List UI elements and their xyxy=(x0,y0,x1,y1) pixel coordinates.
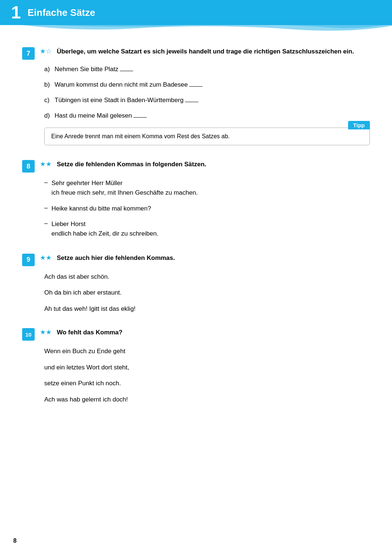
stars-9: ★★ xyxy=(40,254,52,262)
dash-sym: – xyxy=(44,204,48,212)
header-number: 1 xyxy=(11,4,21,21)
dash-text-3: Lieber Horstendlich habe ich Zeit, dir z… xyxy=(51,219,158,239)
exercise-8-header: 8 ★★ Setze die fehlenden Kommas in folge… xyxy=(22,160,370,173)
list-item: und ein letztes Wort dort steht, xyxy=(44,363,370,372)
exercise-10-number: 10 xyxy=(22,328,35,341)
stars-8: ★★ xyxy=(40,161,52,168)
tipp-box: Eine Anrede trennt man mit einem Komma v… xyxy=(44,128,370,145)
exercise-9-header: 9 ★★ Setze auch hier die fehlenden Komma… xyxy=(22,254,370,266)
page-number: 8 xyxy=(13,538,17,544)
star1: ★☆ xyxy=(40,48,52,55)
item-label-c: c) xyxy=(44,97,55,104)
list-item: – Lieber Horstendlich habe ich Zeit, dir… xyxy=(44,219,370,239)
main-content: 7 ★☆ Überlege, um welche Satzart es sich… xyxy=(0,25,392,434)
exercise-10-items: Wenn ein Buch zu Ende geht und ein letzt… xyxy=(22,347,370,404)
list-item: – Sehr geehrter Herr Müllerich freue mic… xyxy=(44,178,370,198)
list-item: Oh da bin ich aber erstaunt. xyxy=(44,288,370,298)
exercise-9-number: 9 xyxy=(22,254,35,266)
dash-sym: – xyxy=(44,178,48,186)
exercise-7-number: 7 xyxy=(22,47,35,60)
item-label-b: b) xyxy=(44,81,55,88)
list-item: Ach das ist aber schön. xyxy=(44,272,370,282)
blank-c xyxy=(185,102,198,102)
exercise-7-header: 7 ★☆ Überlege, um welche Satzart es sich… xyxy=(22,47,370,60)
item-label-a: a) xyxy=(44,66,55,73)
list-item: setze einen Punkt ich noch. xyxy=(44,379,370,388)
list-item: Ah tut das weh! Igitt ist das eklig! xyxy=(44,304,370,314)
tipp-label: Tipp xyxy=(348,121,370,129)
blank-d xyxy=(133,117,147,118)
exercise-7: 7 ★☆ Überlege, um welche Satzart es sich… xyxy=(22,47,370,145)
exercise-7-items: a) Nehmen Sie bitte Platz b) Warum komms… xyxy=(44,66,370,119)
header-bar: 1 Einfache Sätze xyxy=(0,0,392,25)
exercise-9-items: Ach das ist aber schön. Oh da bin ich ab… xyxy=(22,272,370,314)
brush-decoration xyxy=(0,22,392,37)
blank-b xyxy=(189,86,202,87)
item-text-c: Tübingen ist eine Stadt in Baden-Württem… xyxy=(55,97,198,104)
exercise-8-stars: ★★ xyxy=(40,160,52,168)
exercise-8-instruction: Setze die fehlenden Kommas in folgenden … xyxy=(57,160,206,169)
stars-10: ★★ xyxy=(40,329,52,336)
exercise-8-items: – Sehr geehrter Herr Müllerich freue mic… xyxy=(44,178,370,239)
item-text-b: Warum kommst du denn nicht mit zum Bades… xyxy=(55,81,202,88)
exercise-7-stars: ★☆ xyxy=(40,47,52,55)
tipp-container: Tipp Eine Anrede trennt man mit einem Ko… xyxy=(44,128,370,145)
blank-a xyxy=(120,71,133,71)
item-text-d: Hast du meine Mail gelesen xyxy=(55,112,147,119)
dash-text-1: Sehr geehrter Herr Müllerich freue mich … xyxy=(51,178,198,198)
list-item: a) Nehmen Sie bitte Platz xyxy=(44,66,370,73)
exercise-9-instruction: Setze auch hier die fehlenden Kommas. xyxy=(57,254,175,262)
list-item: c) Tübingen ist eine Stadt in Baden-Würt… xyxy=(44,97,370,104)
tipp-text: Eine Anrede trennt man mit einem Komma v… xyxy=(51,133,230,139)
exercise-8: 8 ★★ Setze die fehlenden Kommas in folge… xyxy=(22,160,370,239)
list-item: Ach was hab gelernt ich doch! xyxy=(44,395,370,404)
exercise-9: 9 ★★ Setze auch hier die fehlenden Komma… xyxy=(22,254,370,314)
exercise-10-header: 10 ★★ Wo fehlt das Komma? xyxy=(22,328,370,341)
exercise-10: 10 ★★ Wo fehlt das Komma? Wenn ein Buch … xyxy=(22,328,370,404)
exercise-8-number: 8 xyxy=(22,160,35,173)
exercise-10-instruction: Wo fehlt das Komma? xyxy=(57,328,122,337)
exercise-9-stars: ★★ xyxy=(40,254,52,262)
dash-text-2: Heike kannst du bitte mal kommen? xyxy=(51,204,151,213)
list-item: b) Warum kommst du denn nicht mit zum Ba… xyxy=(44,81,370,88)
item-label-d: d) xyxy=(44,112,55,119)
list-item: – Heike kannst du bitte mal kommen? xyxy=(44,204,370,213)
list-item: Wenn ein Buch zu Ende geht xyxy=(44,347,370,356)
dash-sym: – xyxy=(44,219,48,227)
header-title: Einfache Sätze xyxy=(28,7,96,18)
exercise-10-stars: ★★ xyxy=(40,328,52,336)
item-text-a: Nehmen Sie bitte Platz xyxy=(55,66,133,73)
list-item: d) Hast du meine Mail gelesen xyxy=(44,112,370,119)
exercise-7-instruction: Überlege, um welche Satzart es sich jewe… xyxy=(57,47,354,56)
